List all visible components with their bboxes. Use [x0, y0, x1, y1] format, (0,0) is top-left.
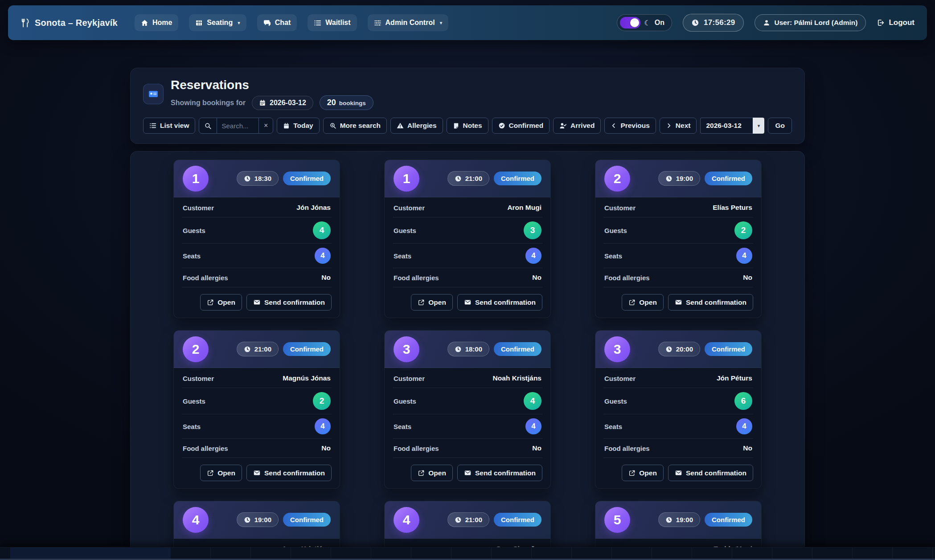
reservation-card-header: 2 19:00 Confirmed: [595, 160, 761, 197]
next-button[interactable]: Next: [660, 118, 697, 134]
nav-item-admin-control[interactable]: Admin Control ▾: [368, 14, 449, 31]
chat-icon: [263, 19, 271, 27]
external-link-icon: [207, 299, 214, 306]
list-view-button[interactable]: List view: [143, 118, 195, 134]
open-button[interactable]: Open: [200, 294, 242, 311]
booking-time: 19:00: [254, 516, 271, 523]
today-button[interactable]: Today: [277, 118, 320, 134]
customer-name: Noah Kristjáns: [493, 374, 541, 382]
send-confirmation-button[interactable]: Send confirmation: [457, 294, 542, 311]
date-badge: 2026-03-12: [252, 96, 313, 110]
nav-item-label: Waitlist: [325, 19, 350, 27]
clock-icon: [665, 516, 673, 523]
guests-label: Guests: [604, 397, 627, 405]
nav-item-chat[interactable]: Chat: [257, 14, 297, 31]
reservation-card-header: 4 19:00 Confirmed: [174, 501, 340, 539]
search-plus-icon: [329, 122, 336, 129]
guests-count-badge: 6: [734, 392, 752, 410]
booking-time-pill: 19:00: [658, 512, 700, 527]
food-allergies-label: Food allergies: [604, 274, 650, 282]
search-group: ×: [199, 118, 273, 134]
status-badge: Confirmed: [283, 513, 331, 527]
dark-mode-switch[interactable]: [620, 17, 640, 29]
status-badge: Confirmed: [705, 342, 752, 356]
reservation-card-header: 1 18:30 Confirmed: [174, 160, 340, 197]
send-confirmation-label: Send confirmation: [264, 469, 325, 477]
sliders-icon: [374, 19, 381, 27]
booking-time-pill: 21:00: [447, 512, 489, 527]
reservation-card-body: Customer Elías Peturs Guests 2 Seats 4 F…: [595, 197, 761, 318]
customer-name: Jón Péturs: [717, 374, 752, 382]
clock-icon: [691, 19, 699, 27]
external-link-icon: [418, 299, 425, 306]
switch-knob: [630, 18, 639, 27]
booking-time-pill: 20:00: [658, 342, 700, 356]
user-label: User: Pálmi Lord (Admin): [775, 19, 858, 27]
clock-icon: [455, 516, 462, 523]
nav-item-home[interactable]: Home: [135, 14, 178, 31]
logout-button[interactable]: Logout: [877, 18, 914, 27]
open-button[interactable]: Open: [622, 465, 664, 481]
confirmed-filter-button[interactable]: Confirmed: [492, 118, 550, 134]
table-number-badge: 3: [604, 336, 630, 362]
customer-label: Customer: [604, 375, 636, 382]
main-content: Reservations Showing bookings for 2026-0…: [130, 40, 805, 560]
allergies-button[interactable]: Allergies: [390, 118, 443, 134]
guests-label: Guests: [183, 397, 205, 405]
booking-time-pill: 21:00: [237, 342, 279, 356]
send-confirmation-button[interactable]: Send confirmation: [246, 465, 332, 481]
date-select[interactable]: 2026-03-12 ▾: [700, 118, 764, 134]
open-button[interactable]: Open: [622, 294, 664, 311]
seats-label: Seats: [183, 252, 201, 260]
nav-item-seating[interactable]: Seating ▾: [189, 14, 246, 31]
toolbar: List view × Today More search Allergies: [143, 118, 792, 134]
chevron-down-icon: ▾: [238, 20, 240, 26]
food-allergies-label: Food allergies: [604, 445, 650, 452]
booking-time: 20:00: [676, 345, 693, 353]
table-number-badge: 4: [183, 507, 209, 533]
reservations-grid-panel: 1 18:30 Confirmed Customer Jón Jónas Gue…: [130, 151, 805, 560]
nav-item-label: Admin Control: [385, 19, 435, 27]
user-pill[interactable]: User: Pálmi Lord (Admin): [755, 14, 866, 31]
go-button[interactable]: Go: [768, 118, 792, 134]
open-button[interactable]: Open: [411, 465, 453, 481]
booking-time: 18:30: [254, 175, 271, 182]
status-badge: Confirmed: [283, 172, 331, 185]
send-confirmation-button[interactable]: Send confirmation: [668, 294, 753, 311]
utensils-icon: [21, 18, 30, 28]
notes-button[interactable]: Notes: [447, 118, 488, 134]
previous-button[interactable]: Previous: [604, 118, 656, 134]
seats-count-badge: 4: [315, 418, 331, 434]
user-icon: [763, 19, 770, 26]
send-confirmation-button[interactable]: Send confirmation: [457, 465, 542, 481]
clock-icon: [455, 175, 462, 182]
chevron-right-icon: [666, 123, 672, 129]
open-button[interactable]: Open: [411, 294, 453, 311]
arrived-filter-button[interactable]: Arrived: [553, 118, 601, 134]
chevron-down-icon: ▾: [440, 20, 443, 26]
food-allergies-value: No: [321, 274, 331, 282]
home-icon: [141, 19, 148, 27]
customer-label: Customer: [183, 375, 214, 382]
search-input[interactable]: [217, 118, 258, 133]
dropdown-arrow-icon[interactable]: ▾: [753, 118, 764, 134]
booking-time: 19:00: [676, 175, 693, 182]
food-allergies-label: Food allergies: [183, 274, 228, 282]
bottom-strip-segment: [10, 548, 171, 559]
list-view-label: List view: [160, 122, 189, 130]
bookings-count-label: bookings: [339, 100, 366, 106]
send-confirmation-button[interactable]: Send confirmation: [246, 294, 332, 311]
nav-item-waitlist[interactable]: Waitlist: [308, 14, 357, 31]
list-view-icon: [149, 122, 156, 129]
reservation-card-body: Customer Magnús Jónas Guests 2 Seats 4 F…: [174, 368, 340, 488]
food-allergies-value: No: [532, 444, 541, 452]
nav-item-label: Seating: [207, 19, 233, 27]
open-button[interactable]: Open: [200, 465, 242, 481]
external-link-icon: [628, 470, 636, 477]
dark-mode-toggle-pill: ☾ On: [617, 14, 673, 31]
arrived-filter-label: Arrived: [570, 122, 595, 130]
customer-label: Customer: [394, 375, 425, 382]
send-confirmation-button[interactable]: Send confirmation: [668, 465, 753, 481]
clear-search-button[interactable]: ×: [258, 118, 273, 133]
more-search-button[interactable]: More search: [323, 118, 387, 134]
